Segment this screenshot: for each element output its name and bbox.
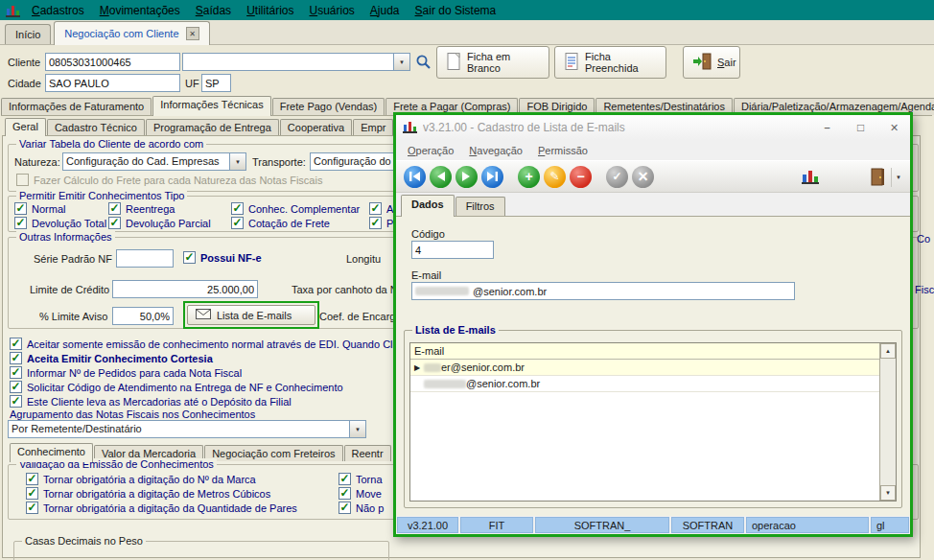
serie-padrao-input[interactable] xyxy=(116,249,174,268)
minimize-icon[interactable] xyxy=(813,117,841,138)
menu-movimentacoes[interactable]: Movimentações xyxy=(92,1,188,20)
checkbox-quantidade-pares[interactable]: Tornar obrigatória a digitação da Quanti… xyxy=(26,502,297,514)
exit-door-icon[interactable] xyxy=(870,168,885,188)
menu-usuarios[interactable]: Usuários xyxy=(301,1,362,20)
tab-informacoes-faturamento[interactable]: Informações de Faturamento xyxy=(1,98,152,115)
app-window: Cadastros Movimentações Saídas Utilitári… xyxy=(0,0,934,560)
tab-negociacao-freteiros[interactable]: Negociação com Freteiros xyxy=(204,445,342,461)
tab-programacao-entrega[interactable]: Programação de Entrega xyxy=(146,119,279,135)
checkbox-cotacao-frete[interactable]: Cotação de Frete xyxy=(231,217,330,229)
menu-operacao[interactable]: Operação xyxy=(400,143,461,158)
menu-ajuda[interactable]: Ajuda xyxy=(362,1,408,20)
tab-frete-pago[interactable]: Frete Pago (Vendas) xyxy=(272,98,385,115)
scroll-up-icon[interactable] xyxy=(880,343,896,359)
chevron-down-icon[interactable] xyxy=(393,54,409,70)
checkbox-move-fragment[interactable]: Move xyxy=(339,487,382,500)
menu-sair-sistema[interactable]: Sair do Sistema xyxy=(408,1,504,20)
checkbox-normal[interactable]: Normal xyxy=(14,202,65,215)
cliente-code-input[interactable] xyxy=(45,53,180,71)
chart-icon[interactable] xyxy=(802,169,819,186)
menu-permissao[interactable]: Permissão xyxy=(530,143,595,158)
cancel-record-icon[interactable] xyxy=(632,166,654,188)
checkbox-possui-nfe[interactable]: Possui NF-e xyxy=(183,251,262,264)
post-record-icon[interactable] xyxy=(606,166,628,188)
checkbox-label: Reentrega xyxy=(126,203,175,215)
lista-emails-button[interactable]: Lista de E-mails xyxy=(187,305,315,325)
agrupamento-combo[interactable]: Por Remetente/Destinatário xyxy=(8,420,366,438)
checkbox-num-marca[interactable]: Tornar obrigatória a digitação do Nº da … xyxy=(26,473,256,485)
email-input[interactable]: @senior.com.br xyxy=(411,282,795,300)
grid-scrollbar[interactable] xyxy=(879,343,896,501)
checkbox-num-pedidos[interactable]: Informar Nº de Pedidos para cada Nota Fi… xyxy=(10,366,242,379)
ficha-preenchida-button[interactable]: Ficha Preenchida xyxy=(554,46,666,79)
menu-cadastros[interactable]: Cadastros xyxy=(24,1,92,20)
delete-record-icon[interactable] xyxy=(570,166,592,188)
sub-tabstrip: Geral Cadastro Técnico Programação de En… xyxy=(5,117,394,135)
tab-filtros[interactable]: Filtros xyxy=(455,197,505,216)
checkbox-box xyxy=(14,217,27,229)
chevron-down-icon[interactable] xyxy=(349,421,365,437)
toolbar-dropdown-icon[interactable] xyxy=(891,168,905,187)
nav-next-icon[interactable] xyxy=(455,166,478,188)
menu-navegacao[interactable]: Navegação xyxy=(461,143,530,158)
cliente-combo[interactable] xyxy=(182,53,410,71)
tab-negociacao-cliente[interactable]: Negociação com Cliente xyxy=(54,21,209,45)
maximize-icon[interactable] xyxy=(847,117,875,138)
checkbox-devolucao-parcial[interactable]: Devolução Parcial xyxy=(108,217,211,229)
dialog-titlebar[interactable]: v3.21.00 - Cadastro de Lista de E-mails xyxy=(396,115,910,140)
right-edge-fragment-fisc: Fisc xyxy=(915,284,934,295)
insert-record-icon[interactable] xyxy=(518,166,540,188)
tab-inicio[interactable]: Início xyxy=(5,24,51,44)
dialog-body: Código E-mail @senior.com.br Lista de E-… xyxy=(396,216,910,516)
checkbox-edi-normal[interactable]: Aceitar somente emissão de conhecimento … xyxy=(10,338,407,350)
checkbox-deposito-filial[interactable]: Este Cliente leva as Mercadorias até o D… xyxy=(10,395,292,408)
limite-credito-input[interactable] xyxy=(112,280,258,298)
checkbox-codigo-atendimento[interactable]: Solicitar Código de Atendimento na Entre… xyxy=(10,381,343,393)
tab-conhecimento[interactable]: Conhecimento xyxy=(10,443,93,462)
tab-geral[interactable]: Geral xyxy=(5,118,46,136)
checkbox-frete-natureza[interactable]: Fazer Cálculo do Frete para cada Naturez… xyxy=(16,174,322,186)
limite-aviso-label: % Limite Aviso xyxy=(39,311,107,322)
status-gl-fragment: gl xyxy=(871,517,909,533)
tab-cooperativa[interactable]: Cooperativa xyxy=(280,119,352,135)
group-casas-legend: Casas Decimais no Peso xyxy=(22,535,146,547)
checkbox-cortesia[interactable]: Aceita Emitir Conhecimento Cortesia xyxy=(10,352,213,364)
dialog-app-icon xyxy=(403,120,417,135)
checkbox-nao-p-fragment[interactable]: Não p xyxy=(339,502,384,514)
edit-record-icon[interactable] xyxy=(544,166,566,188)
uf-input[interactable] xyxy=(201,74,231,92)
codigo-input[interactable] xyxy=(411,241,494,259)
ficha-em-branco-button[interactable]: Ficha em Branco xyxy=(436,46,549,79)
checkbox-reentrega[interactable]: Reentrega xyxy=(108,202,175,215)
natureza-combo-value: Configuração do Cad. Empresas xyxy=(63,153,229,170)
grid-header-email[interactable]: E-mail xyxy=(410,343,879,360)
grid-row[interactable]: @senior.com.br xyxy=(410,376,879,392)
cidade-input[interactable] xyxy=(45,74,180,92)
menu-saidas[interactable]: Saídas xyxy=(188,1,239,20)
search-icon[interactable] xyxy=(415,54,432,72)
natureza-combo[interactable]: Configuração do Cad. Empresas xyxy=(62,152,246,171)
tab-reentrega[interactable]: Reentr xyxy=(344,445,391,461)
checkbox-conhec-complementar[interactable]: Conhec. Complementar xyxy=(231,202,360,215)
tab-cadastro-tecnico[interactable]: Cadastro Técnico xyxy=(47,119,145,135)
nav-last-icon[interactable] xyxy=(481,166,503,188)
checkbox-devolucao-total[interactable]: Devolução Total xyxy=(14,217,106,229)
nav-prior-icon[interactable] xyxy=(430,166,452,188)
scroll-down-icon[interactable] xyxy=(880,485,896,501)
tab-empresas[interactable]: Empr xyxy=(353,119,393,135)
chevron-down-icon[interactable] xyxy=(229,153,245,170)
checkbox-box xyxy=(26,487,38,500)
nav-first-icon[interactable] xyxy=(404,166,426,188)
checkbox-torna-fragment[interactable]: Torna xyxy=(339,473,383,485)
tab-dados[interactable]: Dados xyxy=(401,195,455,217)
close-icon[interactable] xyxy=(880,117,908,138)
grid-row[interactable]: er@senior.com.br xyxy=(410,360,879,376)
checkbox-metros-cubicos[interactable]: Tornar obrigatória a digitação de Metros… xyxy=(26,487,270,500)
checkbox-box xyxy=(339,487,351,500)
emails-grid: E-mail er@senior.com.br @senior.com.br xyxy=(409,342,897,502)
close-tab-icon[interactable] xyxy=(186,27,199,40)
tab-informacoes-tecnicas[interactable]: Informações Técnicas xyxy=(152,96,270,116)
limite-aviso-input[interactable] xyxy=(112,307,174,325)
sair-button[interactable]: Sair xyxy=(683,46,740,79)
menu-utilitarios[interactable]: Utilitários xyxy=(239,1,301,20)
